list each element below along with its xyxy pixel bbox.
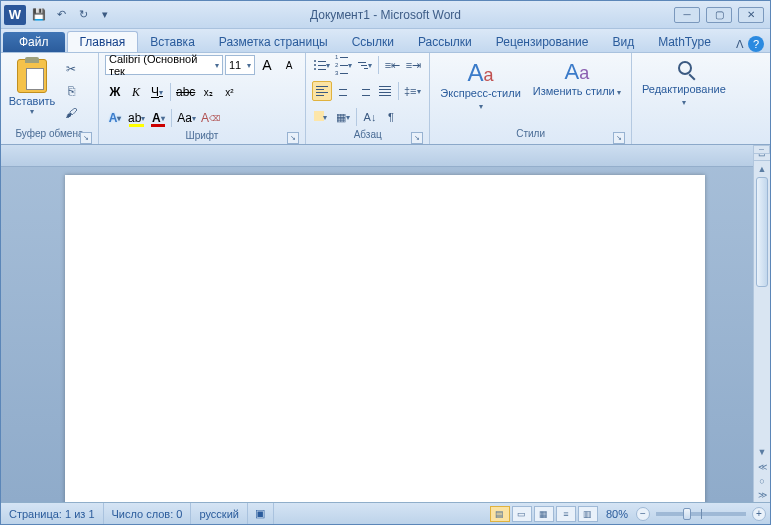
group-clipboard: Вставить ▾ ✂ ⎘ 🖌 Буфер обмена ↘ (1, 53, 99, 144)
tab-mailings[interactable]: Рассылки (406, 32, 484, 52)
dialog-launcher-icon[interactable]: ↘ (613, 132, 625, 144)
dialog-launcher-icon[interactable]: ↘ (80, 132, 92, 144)
font-name-selector[interactable]: Calibri (Основной тек▾ (105, 55, 223, 75)
zoom-in-button[interactable]: + (752, 507, 766, 521)
font-color-button[interactable]: A▾ (148, 108, 168, 128)
split-handle[interactable]: ─ (753, 145, 770, 154)
scroll-down-icon[interactable]: ▼ (754, 444, 770, 460)
minimize-button[interactable]: ─ (674, 7, 700, 23)
window-title: Документ1 - Microsoft Word (310, 8, 461, 22)
group-label (638, 128, 730, 144)
sort-button[interactable]: A↓ (360, 107, 380, 127)
binoculars-icon (672, 59, 696, 83)
group-label: Шрифт ↘ (105, 130, 299, 144)
editing-button[interactable]: Редактирование▾ (638, 55, 730, 108)
italic-button[interactable]: К (126, 82, 146, 102)
highlight-button[interactable]: ab▾ (126, 108, 147, 128)
tab-file[interactable]: Файл (3, 32, 65, 52)
shading-button[interactable]: ▾ (312, 107, 332, 127)
tab-mathtype[interactable]: MathType (646, 32, 723, 52)
multilevel-list-button[interactable]: ▾ (355, 55, 375, 75)
borders-button[interactable]: ▦▾ (333, 107, 353, 127)
redo-button[interactable]: ↻ (73, 5, 93, 25)
show-marks-button[interactable]: ¶ (381, 107, 401, 127)
help-icon[interactable]: ? (748, 36, 764, 52)
subscript-button[interactable]: x₂ (198, 82, 218, 102)
change-case-button[interactable]: Aa▾ (175, 108, 198, 128)
close-button[interactable]: ✕ (738, 7, 764, 23)
zoom-thumb[interactable] (683, 508, 691, 520)
group-font: Calibri (Основной тек▾ 11▾ A A Ж К Ч▾ ab… (99, 53, 306, 144)
cut-button[interactable]: ✂ (61, 59, 81, 79)
scroll-thumb[interactable] (756, 177, 768, 287)
underline-button[interactable]: Ч▾ (147, 82, 167, 102)
copy-button[interactable]: ⎘ (61, 81, 81, 101)
paste-button[interactable]: Вставить ▾ (7, 55, 57, 116)
language-status[interactable]: русский (191, 503, 247, 524)
document-page[interactable] (65, 175, 705, 502)
group-label: Буфер обмена ↘ (7, 128, 92, 144)
vertical-scrollbar[interactable]: ⊟ ▲ ▼ ≪ ○ ≫ (753, 145, 770, 502)
grow-font-button[interactable]: A (257, 55, 277, 75)
quick-access-toolbar: 💾 ↶ ↻ ▾ (29, 5, 115, 25)
tab-insert[interactable]: Вставка (138, 32, 207, 52)
page-status[interactable]: Страница: 1 из 1 (1, 503, 104, 524)
print-layout-view-button[interactable]: ▤ (490, 506, 510, 522)
collapse-ribbon-icon[interactable]: ᐱ (736, 38, 744, 51)
scroll-up-icon[interactable]: ▲ (754, 161, 770, 177)
group-paragraph: ▾ 123▾ ▾ ≡⇤ ≡⇥ ‡≡▾ ▾ ▦▾ A↓ ¶ (306, 53, 430, 144)
dialog-launcher-icon[interactable]: ↘ (411, 132, 423, 144)
next-page-icon[interactable]: ≫ (754, 488, 770, 502)
outline-view-button[interactable]: ≡ (556, 506, 576, 522)
maximize-button[interactable]: ▢ (706, 7, 732, 23)
undo-button[interactable]: ↶ (51, 5, 71, 25)
superscript-button[interactable]: x² (219, 82, 239, 102)
quick-styles-button[interactable]: Aa Экспресс-стили▾ (436, 55, 524, 112)
dialog-launcher-icon[interactable]: ↘ (287, 132, 299, 144)
prev-page-icon[interactable]: ≪ (754, 460, 770, 474)
save-button[interactable]: 💾 (29, 5, 49, 25)
zoom-level[interactable]: 80% (600, 508, 634, 520)
ribbon: Вставить ▾ ✂ ⎘ 🖌 Буфер обмена ↘ Calibri … (1, 53, 770, 145)
qat-customize-button[interactable]: ▾ (95, 5, 115, 25)
group-label: Абзац ↘ (312, 129, 423, 144)
title-bar: W 💾 ↶ ↻ ▾ Документ1 - Microsoft Word ─ ▢… (1, 1, 770, 29)
tab-review[interactable]: Рецензирование (484, 32, 601, 52)
shrink-font-button[interactable]: A (279, 55, 299, 75)
increase-indent-button[interactable]: ≡⇥ (403, 55, 423, 75)
justify-button[interactable] (375, 81, 395, 101)
word-count[interactable]: Число слов: 0 (104, 503, 192, 524)
text-effects-button[interactable]: A▾ (105, 108, 125, 128)
decrease-indent-button[interactable]: ≡⇤ (382, 55, 402, 75)
change-styles-button[interactable]: Aa Изменить стили ▾ (529, 55, 625, 98)
zoom-slider[interactable] (656, 512, 746, 516)
zoom-out-button[interactable]: − (636, 507, 650, 521)
tab-references[interactable]: Ссылки (340, 32, 406, 52)
browse-object-icon[interactable]: ○ (754, 474, 770, 488)
chevron-down-icon: ▾ (30, 107, 34, 116)
numbering-button[interactable]: 123▾ (333, 55, 354, 75)
web-layout-view-button[interactable]: ▦ (534, 506, 554, 522)
tab-pagelayout[interactable]: Разметка страницы (207, 32, 340, 52)
document-area: ─ ⊟ ▲ ▼ ≪ ○ ≫ (1, 145, 770, 502)
format-painter-button[interactable]: 🖌 (61, 103, 81, 123)
macro-record-icon[interactable]: ▣ (248, 503, 274, 524)
align-right-button[interactable] (354, 81, 374, 101)
clear-formatting-button[interactable]: A⌫ (199, 108, 222, 128)
ruler-area (1, 145, 753, 167)
align-left-button[interactable] (312, 81, 332, 101)
bullets-button[interactable]: ▾ (312, 55, 332, 75)
align-center-button[interactable] (333, 81, 353, 101)
font-size-selector[interactable]: 11▾ (225, 55, 255, 75)
tab-view[interactable]: Вид (600, 32, 646, 52)
bold-button[interactable]: Ж (105, 82, 125, 102)
app-icon[interactable]: W (4, 5, 26, 25)
strikethrough-button[interactable]: abc (174, 82, 197, 102)
tab-home[interactable]: Главная (67, 31, 139, 52)
line-spacing-button[interactable]: ‡≡▾ (402, 81, 423, 101)
paste-icon (17, 59, 47, 93)
draft-view-button[interactable]: ▥ (578, 506, 598, 522)
window-controls: ─ ▢ ✕ (674, 7, 770, 23)
fullscreen-reading-view-button[interactable]: ▭ (512, 506, 532, 522)
status-bar: Страница: 1 из 1 Число слов: 0 русский ▣… (1, 502, 770, 524)
